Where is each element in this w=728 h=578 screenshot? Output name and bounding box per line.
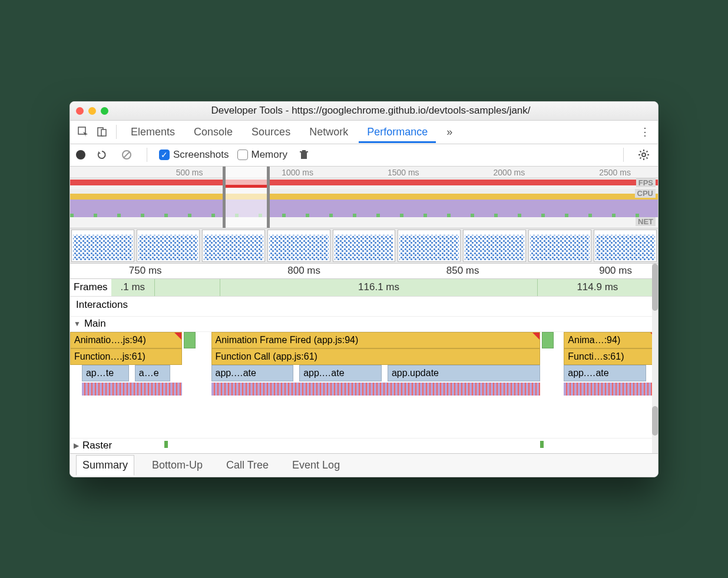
tab-console[interactable]: Console — [186, 121, 241, 143]
screenshot-thumb[interactable] — [528, 230, 591, 262]
screenshots-label: Screenshots — [173, 149, 229, 161]
screenshot-thumb[interactable] — [137, 230, 200, 262]
screenshot-thumb[interactable] — [594, 230, 657, 262]
svg-line-4 — [124, 152, 130, 158]
frames-label: Frames — [70, 281, 111, 293]
flame-event[interactable]: Anima…:94) — [564, 332, 658, 348]
flame-event[interactable]: ap…te — [82, 365, 129, 381]
inspect-icon[interactable] — [75, 124, 91, 140]
close-icon[interactable] — [76, 107, 84, 115]
cpu-track: CPU — [70, 189, 658, 217]
maximize-icon[interactable] — [101, 107, 108, 115]
settings-gear-icon[interactable] — [636, 147, 652, 163]
svg-rect-7 — [302, 150, 306, 151]
ov-tick: 2000 ms — [494, 168, 525, 177]
interactions-row: Interactions — [70, 297, 658, 317]
interactions-label: Interactions — [76, 299, 128, 310]
tabs-overflow-icon[interactable]: » — [438, 121, 461, 143]
screenshot-thumb[interactable] — [463, 230, 526, 262]
device-toggle-icon[interactable] — [94, 124, 110, 140]
tab-summary[interactable]: Summary — [76, 455, 134, 476]
dr-tick: 800 ms — [287, 265, 320, 277]
main-header[interactable]: ▼ Main — [70, 317, 658, 332]
flame-event[interactable]: Function….js:61) — [70, 348, 182, 365]
minimize-icon[interactable] — [88, 107, 96, 115]
overview-selection-handle[interactable] — [223, 167, 270, 228]
screenshot-thumb[interactable] — [398, 230, 461, 262]
ov-tick: 500 ms — [176, 168, 203, 177]
ov-tick: 1500 ms — [388, 168, 419, 177]
frame-segment[interactable]: .1 ms — [111, 279, 155, 296]
flame-micro-events[interactable] — [82, 383, 182, 396]
screenshot-thumb[interactable] — [202, 230, 265, 262]
frame-segment[interactable]: 114.9 ms — [538, 279, 658, 296]
trash-icon[interactable] — [296, 147, 312, 163]
svg-rect-6 — [300, 151, 308, 152]
screenshots-checkbox[interactable]: ✓ Screenshots — [159, 149, 229, 161]
flame-event[interactable]: Animation Frame Fired (app.js:94) — [211, 332, 541, 348]
raster-event[interactable] — [164, 441, 168, 448]
flame-event[interactable] — [184, 332, 196, 348]
raster-event[interactable] — [540, 441, 544, 448]
scrollbar-thumb[interactable] — [652, 264, 658, 311]
svg-line-14 — [647, 158, 648, 159]
memory-label: Memory — [252, 149, 287, 161]
frame-segment[interactable] — [155, 279, 220, 296]
flame-event[interactable]: Functi…s:61) — [564, 348, 658, 365]
svg-rect-5 — [301, 152, 307, 159]
flame-micro-events[interactable] — [211, 383, 541, 396]
flame-event[interactable]: a…e — [135, 365, 170, 381]
flame-event[interactable]: Function Call (app.js:61) — [211, 348, 541, 365]
dr-tick: 850 ms — [446, 265, 479, 277]
flame-event[interactable] — [542, 332, 554, 348]
screenshot-thumb[interactable] — [333, 230, 396, 262]
svg-point-8 — [642, 153, 646, 157]
raster-header[interactable]: ▶ Raster — [70, 438, 658, 453]
flame-chart[interactable]: Animatio….js:94) Animation Frame Fired (… — [70, 332, 658, 438]
reload-icon[interactable] — [94, 147, 110, 163]
frames-row[interactable]: Frames .1 ms 116.1 ms 114.9 ms — [70, 279, 658, 297]
flame-event[interactable]: Animatio….js:94) — [70, 332, 182, 348]
raster-label: Raster — [82, 440, 112, 451]
net-track: NET — [70, 217, 658, 228]
overview-ruler: 500 ms 1000 ms 1500 ms 2000 ms 2500 ms — [70, 167, 658, 178]
tab-event-log[interactable]: Event Log — [286, 456, 346, 475]
dr-tick: 900 ms — [599, 265, 632, 277]
tab-performance[interactable]: Performance — [359, 121, 436, 143]
tab-network[interactable]: Network — [301, 121, 356, 143]
flame-event[interactable]: app.…ate — [299, 365, 382, 381]
svg-line-13 — [640, 151, 641, 152]
overview-timeline[interactable]: 500 ms 1000 ms 1500 ms 2000 ms 2500 ms F… — [70, 167, 658, 228]
details-tabbar: Summary Bottom-Up Call Tree Event Log — [70, 453, 658, 477]
collapse-icon[interactable]: ▼ — [74, 320, 81, 328]
screenshot-thumb[interactable] — [267, 230, 330, 262]
svg-line-16 — [647, 151, 648, 152]
tab-elements[interactable]: Elements — [123, 121, 183, 143]
tab-sources[interactable]: Sources — [243, 121, 299, 143]
svg-rect-2 — [101, 129, 106, 136]
flame-event[interactable]: app.…ate — [564, 365, 646, 381]
flame-event[interactable]: app.…ate — [211, 365, 294, 381]
svg-line-15 — [640, 158, 641, 159]
titlebar: Developer Tools - https://googlechrome.g… — [70, 102, 658, 121]
flame-micro-events[interactable] — [564, 383, 658, 396]
screenshot-filmstrip[interactable] — [70, 228, 658, 264]
flame-event[interactable]: app.update — [388, 365, 540, 381]
kebab-menu-icon[interactable]: ⋮ — [637, 124, 653, 140]
panel-tabbar: Elements Console Sources Network Perform… — [70, 121, 658, 144]
screenshot-thumb[interactable] — [71, 230, 134, 262]
detail-ruler[interactable]: 750 ms 800 ms 850 ms 900 ms — [70, 264, 658, 279]
vertical-scrollbar[interactable] — [652, 264, 658, 453]
expand-icon[interactable]: ▶ — [74, 441, 79, 450]
scrollbar-thumb[interactable] — [652, 406, 658, 436]
checkbox-checked-icon: ✓ — [159, 150, 170, 160]
dr-tick: 750 ms — [129, 265, 162, 277]
frame-segment[interactable]: 116.1 ms — [220, 279, 537, 296]
tab-bottom-up[interactable]: Bottom-Up — [146, 456, 209, 475]
window-title: Developer Tools - https://googlechrome.g… — [119, 105, 652, 117]
main-label: Main — [84, 318, 106, 330]
clear-icon[interactable] — [118, 147, 135, 163]
tab-call-tree[interactable]: Call Tree — [220, 456, 274, 475]
memory-checkbox[interactable]: Memory — [237, 149, 287, 161]
record-button[interactable] — [76, 150, 85, 160]
